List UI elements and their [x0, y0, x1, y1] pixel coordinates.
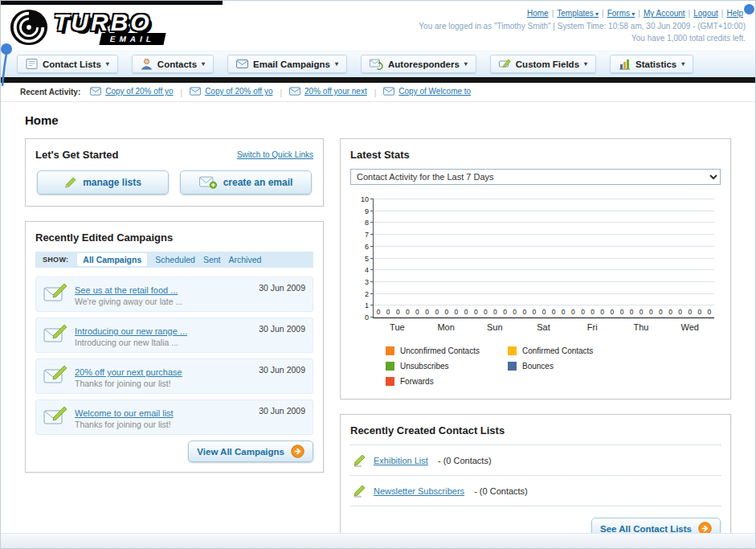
separator: |	[280, 88, 282, 97]
bar-value-labels: 0 0 0 0 00 0 0 0 00 0 0 0 00 0 0 0 00 0 …	[374, 308, 714, 316]
chevron-down-icon: ▾	[584, 60, 587, 68]
contact-list-items: Exhibition List - (0 Contacts)Newsletter…	[350, 445, 721, 506]
y-axis-tick	[370, 269, 374, 270]
y-axis-label: 1	[354, 301, 369, 309]
campaign-row: 20% off your next purchaseThanks for joi…	[35, 358, 313, 394]
contact-list-link[interactable]: Newsletter Subscribers	[374, 486, 464, 496]
campaigns-title: Recently Edited Campaigns	[35, 231, 313, 244]
switch-quick-links-link[interactable]: Switch to Quick Links	[237, 150, 313, 159]
campaign-row-text: 20% off your next purchaseThanks for joi…	[75, 364, 245, 388]
nav-tab-statistics[interactable]: Statistics▾	[610, 55, 693, 73]
top-link-home[interactable]: Home	[527, 9, 549, 18]
campaign-title-link[interactable]: 20% off your next purchase	[75, 367, 182, 377]
y-axis-label: 9	[354, 207, 369, 215]
separator: |	[181, 88, 183, 97]
recent-activity-link[interactable]: 20% off your next	[304, 87, 367, 96]
campaign-subtitle: Thanks for joining our list!	[75, 420, 245, 429]
campaign-filters: All CampaignsScheduledSentArchived	[77, 255, 269, 264]
get-started-panel: Let's Get Started Switch to Quick Links …	[25, 138, 324, 207]
contact-list-count: - (0 Contacts)	[435, 456, 492, 465]
top-link-forms[interactable]: Forms ▾	[607, 9, 635, 18]
contact-lists-icon	[26, 58, 38, 70]
nav-tab-autoresponders[interactable]: Autoresponders▾	[361, 55, 476, 73]
campaign-icon	[43, 324, 67, 343]
contact-list-item: Exhibition List - (0 Contacts)	[350, 445, 721, 476]
pencil-doc-icon	[352, 484, 366, 498]
latest-stats-panel: Latest Stats Contact Activity for the La…	[340, 138, 731, 399]
nav-tab-list: Contact Lists▾Contacts▾Email Campaigns▾A…	[17, 55, 749, 73]
gridline	[374, 222, 714, 223]
view-all-campaigns-button[interactable]: View All Campaigns	[188, 440, 313, 462]
top-link-logout[interactable]: Logout	[693, 9, 718, 18]
nav-tab-contact-lists[interactable]: Contact Lists▾	[17, 55, 118, 73]
manage-lists-button[interactable]: manage lists	[37, 170, 169, 195]
bar-group-values: 0 0 0 0 0	[568, 308, 617, 316]
nav-tab-email-campaigns[interactable]: Email Campaigns▾	[227, 55, 347, 73]
chevron-down-icon: ▾	[464, 60, 468, 68]
campaign-date: 30 Jun 2009	[259, 324, 305, 334]
y-axis-label: 6	[354, 243, 369, 251]
recent-activity-link[interactable]: Copy of Welcome to	[398, 87, 471, 96]
recent-activity-link[interactable]: Copy of 20% off yo	[205, 87, 272, 96]
legend-item-confirmed-contacts: Confirmed Contacts	[508, 346, 630, 355]
recent-activity-link[interactable]: Copy of 20% off yo	[105, 87, 173, 96]
gridline	[374, 258, 714, 259]
campaign-title-link[interactable]: Welcome to our email list	[75, 408, 174, 418]
campaign-filter-bar: SHOW: All CampaignsScheduledSentArchived	[35, 252, 313, 268]
top-link-my-account[interactable]: My Account	[644, 9, 685, 18]
campaign-title-link[interactable]: See us at the retail food ...	[75, 285, 178, 295]
y-axis-label: 5	[354, 255, 369, 263]
nav-tab-custom-fields[interactable]: Custom Fields▾	[490, 55, 596, 73]
get-started-buttons: manage listscreate an email	[35, 170, 313, 196]
envelope-icon	[289, 87, 300, 96]
gridline	[374, 281, 714, 282]
bar-group-values: 0 0 0 0 0	[520, 308, 569, 316]
nav-tab-contacts[interactable]: Contacts▾	[132, 55, 214, 73]
view-all-campaigns-label: View All Campaigns	[197, 447, 284, 457]
dashboard-columns: Let's Get Started Switch to Quick Links …	[25, 138, 731, 549]
chevron-down-icon: ▾	[630, 10, 635, 18]
campaign-title-link[interactable]: Introducing our new range ...	[75, 326, 187, 336]
top-link-templates[interactable]: Templates ▾	[557, 9, 599, 18]
y-axis-label: 7	[354, 231, 369, 239]
y-axis-tick	[370, 222, 374, 223]
bar-group-values: 0 0 0 0 0	[471, 308, 520, 316]
statistics-icon	[619, 58, 631, 70]
link-separator: |	[602, 9, 604, 18]
recent-activity-item[interactable]: Copy of 20% off yo	[190, 87, 272, 96]
header-right: Home|Templates ▾|Forms ▾|My Account|Logo…	[419, 6, 746, 49]
y-axis-tick	[370, 281, 374, 282]
recent-activity-item[interactable]: 20% off your next	[289, 87, 367, 96]
recent-activity-item[interactable]: Copy of 20% off yo	[90, 87, 173, 96]
legend-item-bounces: Bounces	[508, 362, 630, 371]
logo-words: TURBO EMAIL	[54, 10, 165, 45]
legend-swatch	[386, 377, 394, 386]
link-separator: |	[689, 9, 691, 18]
create-an-email-button[interactable]: create an email	[180, 170, 312, 195]
filter-archived[interactable]: Archived	[229, 255, 262, 264]
logo-text: TURBO	[54, 10, 165, 35]
credits-info: You have 1,000 total credits left.	[419, 32, 746, 45]
stats-period-select[interactable]: Contact Activity for the Last 7 Days	[350, 169, 721, 185]
see-all-contact-lists-label: See All Contact Lists	[600, 524, 692, 534]
filter-all-campaigns[interactable]: All Campaigns	[77, 253, 147, 266]
legend-label: Unsubscribes	[400, 362, 449, 371]
show-label: SHOW:	[43, 256, 68, 264]
link-separator: |	[638, 9, 640, 18]
create-an-email-label: create an email	[223, 177, 293, 188]
chart-legend: Unconfirmed ContactsConfirmed ContactsUn…	[386, 346, 721, 386]
top-link-help[interactable]: Help	[726, 9, 743, 18]
contact-list-link[interactable]: Exhibition List	[374, 456, 428, 465]
recent-activity-item[interactable]: Copy of Welcome to	[383, 87, 471, 96]
app-logo: TURBO EMAIL	[9, 6, 165, 49]
chart-x-axis-labels: TueMonSunSatFriThuWed	[373, 318, 714, 332]
campaign-subtitle: We're giving away our late ...	[75, 297, 245, 306]
chevron-down-icon: ▾	[202, 60, 205, 68]
filter-scheduled[interactable]: Scheduled	[155, 255, 195, 264]
separator: |	[374, 88, 377, 97]
chevron-down-icon: ▾	[335, 60, 338, 68]
recent-activity-bar: Recent Activity: Copy of 20% off yo|Copy…	[1, 83, 755, 102]
y-axis-label: 4	[354, 266, 369, 274]
chevron-down-icon: ▾	[106, 60, 109, 68]
filter-sent[interactable]: Sent	[203, 255, 221, 264]
